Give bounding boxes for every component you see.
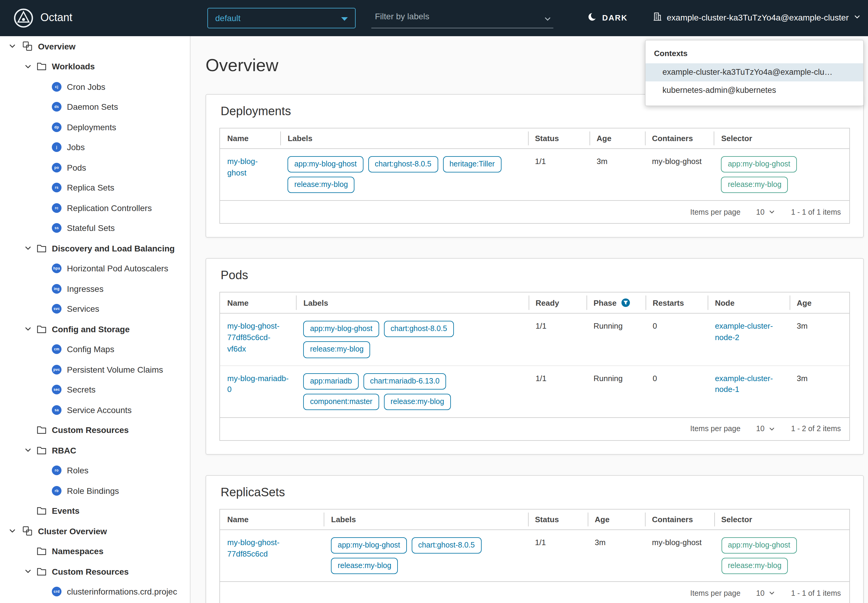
label-tag: heritage:Tiller <box>443 156 502 172</box>
sidebar-item-label: Custom Resources <box>52 425 129 435</box>
sidebar-item-cluster-overview[interactable]: Cluster Overview <box>0 521 190 541</box>
sidebar-item-cron-jobs[interactable]: cjCron Jobs <box>0 77 190 97</box>
services-icon: svc <box>52 304 62 314</box>
label-tag: release:my-blog <box>331 558 398 574</box>
sidebar-item-events[interactable]: Events <box>0 501 190 521</box>
datagrid-footer: Items per page101 - 1 of 1 items <box>220 201 849 223</box>
label-tag: chart:mariadb-6.13.0 <box>363 373 446 389</box>
resource-link[interactable]: my-blog-mariadb-0 <box>227 373 289 396</box>
column-header-name: Name <box>220 293 296 313</box>
items-per-page-select[interactable]: 10 <box>756 589 775 597</box>
deployments-icon: dp <box>52 122 62 132</box>
sidebar-item-discovery-and-load-balancing[interactable]: Discovery and Load Balancing <box>0 238 190 258</box>
sidebar-item-config-and-storage[interactable]: Config and Storage <box>0 319 190 339</box>
namespace-select[interactable]: default <box>207 8 356 28</box>
tag-list: app:my-blog-ghostrelease:my-blog <box>721 537 842 574</box>
chevron-down-icon[interactable] <box>24 63 33 71</box>
selector-tag: app:my-blog-ghost <box>721 156 797 172</box>
app-title: Octant <box>40 11 73 24</box>
sidebar-item-workloads[interactable]: Workloads <box>0 56 190 77</box>
items-per-page-select[interactable]: 10 <box>756 208 775 216</box>
sidebar-item-replica-sets[interactable]: rsReplica Sets <box>0 178 190 198</box>
column-header-label: Status <box>535 134 559 143</box>
sidebar-item-label: Cron Jobs <box>67 82 105 92</box>
sidebar-item-role-bindings[interactable]: rbRole Bindings <box>0 481 190 501</box>
datagrid: NameLabelsStatusAgeContainersSelectormy-… <box>219 128 850 224</box>
sidebar-item-rbac[interactable]: RBAC <box>0 440 190 461</box>
sidebar-item-roles[interactable]: roRoles <box>0 461 190 481</box>
sidebar-item-replication-controllers[interactable]: rcReplication Controllers <box>0 198 190 218</box>
chevron-down-icon[interactable] <box>24 325 33 333</box>
sidebar-item-clusterinformations-crd-projec[interactable]: crdclusterinformations.crd.projec <box>0 581 190 602</box>
card-replicasets: ReplicaSetsNameLabelsStatusAgeContainers… <box>205 475 864 603</box>
sidebar-item-label: Overview <box>38 42 76 51</box>
sidebar-item-csidrivers-csi-storage-k8s-io[interactable]: csicsidrivers.csi.storage.k8s.io <box>0 602 190 603</box>
roles-icon: ro <box>52 466 62 475</box>
chevron-down-icon[interactable] <box>24 447 33 455</box>
chevron-down-icon[interactable] <box>8 527 17 535</box>
context-menu-title: Contexts <box>646 45 863 63</box>
context-menu-item[interactable]: example-cluster-ka3TuTzYo4a@example-clu… <box>646 63 863 81</box>
cell-text: 0 <box>652 322 657 331</box>
sidebar-item-stateful-sets[interactable]: ssStateful Sets <box>0 218 190 238</box>
chevron-down-icon[interactable] <box>24 244 33 252</box>
sidebar-item-jobs[interactable]: jJobs <box>0 137 190 158</box>
filter-icon[interactable] <box>621 298 630 308</box>
column-header-label: Containers <box>652 515 693 524</box>
sidebar-item-deployments[interactable]: dpDeployments <box>0 117 190 137</box>
cell-labels: app:mariadbchart:mariadb-6.13.0component… <box>296 366 528 417</box>
card-deployments: DeploymentsNameLabelsStatusAgeContainers… <box>205 94 864 238</box>
applications-icon <box>22 526 32 537</box>
cell-restarts: 0 <box>645 314 708 365</box>
cell-name: my-blog-ghost <box>220 149 280 201</box>
sidebar-item-daemon-sets[interactable]: dsDaemon Sets <box>0 97 190 117</box>
theme-toggle[interactable]: DARK <box>588 12 628 23</box>
cell-text: 0 <box>652 374 657 383</box>
column-header-label: Labels <box>287 134 312 143</box>
label-filter-input[interactable] <box>371 8 553 28</box>
sidebar-item-persistent-volume-claims[interactable]: pvcPersistent Volume Claims <box>0 359 190 380</box>
items-per-page-value: 10 <box>756 208 765 216</box>
cell-labels: app:my-blog-ghostchart:ghost-8.0.5herita… <box>280 149 528 201</box>
sidebar-item-ingresses[interactable]: ingIngresses <box>0 278 190 299</box>
column-header-label: Name <box>227 298 249 308</box>
table-row: my-blog-ghost-77df85c6cd-vf6dxapp:my-blo… <box>220 314 849 365</box>
chevron-down-icon[interactable] <box>8 43 17 50</box>
context-selector[interactable]: example-cluster-ka3TuTzYo4a@example-clus… <box>653 12 861 23</box>
column-header-age: Age <box>590 128 645 148</box>
resource-link[interactable]: my-blog-ghost <box>227 156 273 179</box>
sidebar-item-services[interactable]: svcServices <box>0 299 190 319</box>
column-header-labels: Labels <box>296 293 528 313</box>
folder-icon <box>37 446 46 455</box>
sidebar-item-namespaces[interactable]: Namespaces <box>0 541 190 561</box>
sidebar-item-overview[interactable]: Overview <box>0 36 190 56</box>
resource-link[interactable]: example-cluster-node-1 <box>715 373 782 396</box>
resource-link[interactable]: my-blog-ghost-77df85c6cd-vf6dx <box>227 321 289 355</box>
sidebar-item-custom-resources[interactable]: Custom Resources <box>0 561 190 581</box>
chevron-down-icon[interactable] <box>24 568 33 575</box>
sidebar-item-label: Jobs <box>67 142 85 152</box>
sidebar-item-horizontal-pod-autoscalers[interactable]: hpaHorizontal Pod Autoscalers <box>0 258 190 278</box>
sidebar-item-pods[interactable]: poPods <box>0 158 190 178</box>
sidebar-item-service-accounts[interactable]: saService Accounts <box>0 400 190 420</box>
sidebar-item-secrets[interactable]: secSecrets <box>0 380 190 400</box>
jobs-icon: j <box>52 142 62 152</box>
service-accounts-icon: sa <box>52 405 62 415</box>
sidebar-item-custom-resources[interactable]: Custom Resources <box>0 420 190 440</box>
label-tag: release:my-blog <box>304 342 371 358</box>
sidebar-item-label: RBAC <box>52 445 76 455</box>
sidebar-item-label: Services <box>67 304 99 314</box>
context-menu-item[interactable]: kubernetes-admin@kubernetes <box>646 81 863 99</box>
building-icon <box>653 12 662 23</box>
column-header-selector: Selector <box>714 128 849 148</box>
sidebar-item-config-maps[interactable]: cmConfig Maps <box>0 339 190 359</box>
datagrid-header: NameLabelsReadyPhaseRestartsNodeAge <box>220 293 849 314</box>
items-per-page-select[interactable]: 10 <box>756 425 775 433</box>
sidebar-item-label: Pods <box>67 163 86 172</box>
chevron-down-icon[interactable] <box>544 14 551 25</box>
cell-name: my-blog-ghost-77df85c6cd <box>220 530 324 581</box>
resource-link[interactable]: example-cluster-node-2 <box>715 321 782 344</box>
cards-container: DeploymentsNameLabelsStatusAgeContainers… <box>205 94 864 603</box>
resource-link[interactable]: my-blog-ghost-77df85c6cd <box>227 537 317 560</box>
replication-controllers-icon: rc <box>52 203 62 213</box>
